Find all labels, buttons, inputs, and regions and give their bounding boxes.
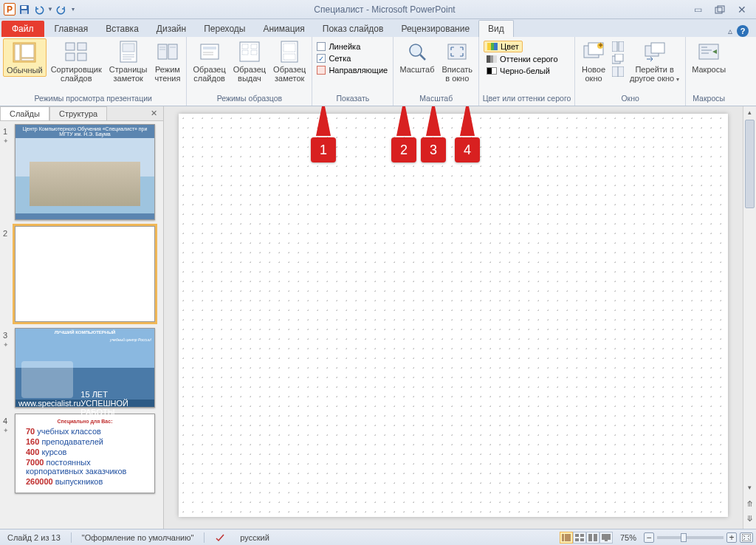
title-bar: P ▼ ▾ Специалист - Microsoft PowerPoint … <box>0 0 756 19</box>
restore-button[interactable] <box>712 4 728 16</box>
macros-icon <box>697 40 721 64</box>
zoom-in-button[interactable]: + <box>726 532 737 543</box>
qat-dropdown-icon[interactable]: ▼ <box>47 3 53 16</box>
switch-windows-button[interactable]: Перейти в другое окно ▾ <box>627 38 682 86</box>
cascade-button[interactable] <box>612 54 624 64</box>
normal-view-button[interactable]: Обычный <box>3 38 47 77</box>
slide-thumbnail-2[interactable] <box>15 226 155 322</box>
close-panel-button[interactable]: ✕ <box>145 106 163 120</box>
theme-indicator[interactable]: "Оформление по умолчанию" <box>78 533 199 542</box>
group-zoom: Масштаб Вписать в окно Масштаб <box>394 37 479 106</box>
outline-tab[interactable]: Структура <box>49 106 107 120</box>
slide-canvas-area[interactable]: 1 2 3 4 <box>164 106 743 529</box>
tab-design[interactable]: Дизайн <box>148 21 195 37</box>
redo-icon[interactable] <box>55 3 68 16</box>
save-icon[interactable] <box>18 3 31 16</box>
notes-page-button[interactable]: Страницы заметок <box>106 38 151 84</box>
thumbnails-list[interactable]: 1✦ Центр Компьютерного Обучения «Специал… <box>0 121 163 529</box>
tab-insert[interactable]: Вставка <box>97 21 148 37</box>
app-icon[interactable]: P <box>3 3 16 16</box>
current-slide[interactable] <box>179 114 728 517</box>
slide-master-icon <box>198 40 221 64</box>
minimize-ribbon-icon[interactable]: ▵ <box>728 26 732 36</box>
macros-button[interactable]: Макросы <box>689 38 729 75</box>
file-tab[interactable]: Файл <box>1 21 44 37</box>
slide-sorter-button[interactable]: Сортировщик слайдов <box>48 38 105 84</box>
fit-window-icon <box>445 40 469 64</box>
scroll-down-icon[interactable]: ▾ <box>743 481 756 493</box>
building-image <box>30 162 140 206</box>
tab-view[interactable]: Вид <box>478 20 514 37</box>
minimize-button[interactable]: ▭ <box>690 4 706 16</box>
slideshow-view-btn[interactable] <box>599 532 613 544</box>
svg-rect-14 <box>123 44 134 52</box>
close-button[interactable]: ✕ <box>734 4 750 16</box>
slide-thumbnail-1[interactable]: Центр Компьютерного Обучения «Специалист… <box>15 124 155 220</box>
checkbox-checked-icon: ✓ <box>317 54 326 63</box>
qat-customize-icon[interactable]: ▾ <box>69 3 77 16</box>
normal-view-btn[interactable] <box>560 532 573 544</box>
move-split-button[interactable] <box>612 66 624 77</box>
svg-rect-61 <box>594 534 597 541</box>
tab-animations[interactable]: Анимация <box>254 21 313 37</box>
group-label: Режимы просмотра презентации <box>3 93 183 104</box>
slide-thumbnail-3[interactable]: ЛУЧШИЙ КОМПЬЮТЕРНЫЙ учебный центр России… <box>15 328 155 408</box>
animation-icon: ✦ <box>3 341 13 349</box>
fit-to-window-button[interactable]: Вписать в окно <box>439 38 475 84</box>
slides-tab[interactable]: Слайды <box>0 106 49 120</box>
tab-slideshow[interactable]: Показ слайдов <box>314 21 393 37</box>
grayscale-button[interactable]: Оттенки серого <box>484 54 560 64</box>
zoom-slider[interactable] <box>657 536 724 539</box>
guides-checkbox[interactable]: Направляющие <box>317 66 388 75</box>
tab-home[interactable]: Главная <box>46 21 97 37</box>
svg-rect-49 <box>651 43 664 53</box>
checkbox-icon <box>317 42 326 51</box>
arrange-all-button[interactable] <box>612 41 624 52</box>
tab-review[interactable]: Рецензирование <box>392 21 478 37</box>
color-button[interactable]: Цвет <box>484 41 523 52</box>
thumbnail-row[interactable]: 3✦ ЛУЧШИЙ КОМПЬЮТЕРНЫЙ учебный центр Рос… <box>3 328 160 408</box>
notes-master-icon <box>278 40 301 64</box>
language-indicator[interactable]: русский <box>236 533 273 542</box>
zoom-out-button[interactable]: − <box>644 532 654 543</box>
svg-rect-7 <box>21 44 34 58</box>
undo-icon[interactable] <box>32 3 46 16</box>
tab-transitions[interactable]: Переходы <box>195 21 254 37</box>
reading-view-button[interactable]: Режим чтения <box>152 38 184 84</box>
slide-master-button[interactable]: Образец слайдов <box>190 38 228 84</box>
next-slide-icon[interactable]: ⤋ <box>743 513 756 524</box>
thumbnail-row[interactable]: 4✦ Специально для Вас: 70 учебных классо… <box>3 414 160 493</box>
prev-slide-icon[interactable]: ⤊ <box>743 498 756 510</box>
fit-to-window-status-button[interactable] <box>740 532 753 543</box>
svg-rect-8 <box>21 58 34 61</box>
spell-check-icon[interactable] <box>210 532 230 543</box>
gridlines-checkbox[interactable]: ✓Сетка <box>317 54 351 63</box>
slide-indicator[interactable]: Слайд 2 из 13 <box>3 533 65 542</box>
bw-button[interactable]: Черно-белый <box>484 66 553 76</box>
svg-rect-62 <box>602 534 611 540</box>
animation-icon: ✦ <box>3 137 13 145</box>
reading-view-btn[interactable] <box>586 532 599 544</box>
window-controls: ▭ ✕ <box>690 4 756 16</box>
handout-master-button[interactable]: Образец выдач <box>230 38 269 84</box>
zoom-handle[interactable] <box>681 533 687 542</box>
sorter-view-btn[interactable] <box>573 532 586 544</box>
group-master-views: Образец слайдов Образец выдач Образец за… <box>187 37 312 106</box>
new-window-button[interactable]: ✦ Новое окно <box>578 38 609 84</box>
scroll-up-icon[interactable]: ▴ <box>743 106 756 118</box>
animation-icon: ✦ <box>3 427 13 434</box>
callout-2: 2 <box>389 106 419 162</box>
thumbnail-row[interactable]: 1✦ Центр Компьютерного Обучения «Специал… <box>3 124 160 220</box>
slide-thumbnail-4[interactable]: Специально для Вас: 70 учебных классов 1… <box>15 414 155 493</box>
help-icon[interactable]: ? <box>737 25 749 37</box>
notes-master-button[interactable]: Образец заметок <box>270 38 309 84</box>
svg-rect-51 <box>701 47 707 48</box>
ruler-checkbox[interactable]: Линейка <box>317 42 360 51</box>
group-label: Макросы <box>689 93 729 104</box>
vertical-scrollbar[interactable]: ▴ ▾ ⤊ ⤋ <box>743 106 756 529</box>
scrollbar-thumb[interactable] <box>745 120 755 208</box>
thumbnail-row[interactable]: 2 <box>3 226 160 322</box>
svg-line-36 <box>420 55 425 60</box>
zoom-level[interactable]: 75% <box>616 533 641 542</box>
zoom-button[interactable]: Масштаб <box>396 38 437 75</box>
